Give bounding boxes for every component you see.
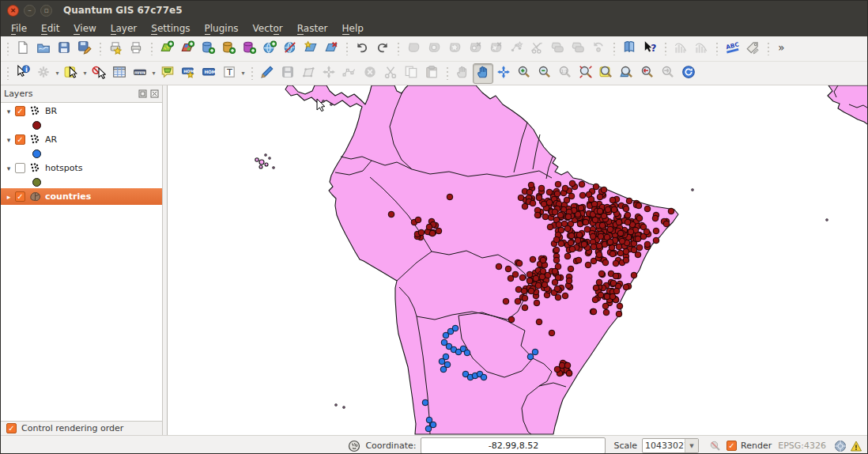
toolbar-drag-handle[interactable]: [344, 43, 349, 55]
coordinate-input[interactable]: [421, 437, 606, 454]
toolbar-drag-handle[interactable]: [714, 43, 719, 55]
abc-icon: ABC: [725, 40, 739, 58]
blob-ring-icon: [427, 40, 441, 58]
toolbar-drag-handle[interactable]: [662, 43, 668, 55]
add-wfs-layer-button[interactable]: [280, 39, 300, 59]
save-project-as-button[interactable]: [74, 39, 95, 59]
measure-button[interactable]: [130, 63, 150, 84]
menu-plugins[interactable]: Plugins: [198, 21, 246, 36]
open-project-button[interactable]: [33, 39, 54, 59]
new-shapefile-layer-button[interactable]: [300, 39, 321, 59]
toolbar-drag-handle[interactable]: [97, 43, 103, 55]
layer-item-ar[interactable]: ▾✓AR: [1, 131, 162, 148]
add-spatialite-layer-button[interactable]: [218, 39, 239, 59]
add-vector-layer-button[interactable]: [157, 39, 177, 59]
add-mssql-layer-button[interactable]: [239, 39, 259, 59]
new-project-button[interactable]: [13, 39, 33, 59]
menu-layer[interactable]: Layer: [104, 21, 144, 36]
panel-close-icon[interactable]: [149, 89, 159, 98]
menu-file[interactable]: File: [4, 21, 34, 36]
zoom-to-selection-button[interactable]: [596, 63, 617, 84]
menu-vector[interactable]: Vector: [246, 21, 290, 36]
zoom-out-button[interactable]: [534, 63, 555, 84]
toolbar-drag-handle[interactable]: [5, 67, 10, 80]
menu-help[interactable]: Help: [335, 21, 371, 36]
collapse-icon[interactable]: ▾: [4, 136, 13, 144]
toolbar-overflow-button[interactable]: »: [773, 39, 794, 59]
toolbar-drag-handle[interactable]: [395, 43, 401, 55]
new-print-composer-button[interactable]: [105, 39, 126, 59]
collapse-icon[interactable]: ▾: [4, 108, 13, 115]
menu-settings[interactable]: Settings: [144, 21, 197, 36]
log-messages-icon[interactable]: [848, 440, 864, 452]
toolbar-drag-handle[interactable]: [611, 43, 617, 55]
pan-to-selection-button[interactable]: [493, 63, 514, 84]
toolbar-drag-handle[interactable]: [765, 43, 771, 55]
zoom-next-icon: [661, 65, 675, 82]
zoom-full-button[interactable]: [576, 63, 596, 84]
menu-raster[interactable]: Raster: [290, 21, 335, 36]
add-wms-layer-button[interactable]: [259, 39, 280, 59]
scale-combobox[interactable]: 10433027 ▼: [642, 438, 699, 453]
undo-button[interactable]: [352, 39, 372, 59]
layer-visibility-checkbox[interactable]: ✓: [15, 191, 25, 202]
layer-visibility-checkbox[interactable]: ✓: [15, 134, 25, 145]
remove-layer-button[interactable]: [321, 39, 342, 59]
layer-visibility-checkbox[interactable]: [15, 163, 25, 173]
minimize-window-button[interactable]: –: [24, 5, 36, 17]
measure-dropdown-icon[interactable]: ▾: [150, 70, 157, 77]
panel-float-icon[interactable]: [138, 89, 147, 98]
toggle-editing-button[interactable]: [257, 63, 277, 84]
help-contents-button[interactable]: [619, 39, 640, 59]
mouse-position-icon[interactable]: [346, 440, 362, 452]
layer-symbology-row[interactable]: [1, 148, 162, 160]
new-bookmark-button[interactable]: HOME: [178, 63, 198, 84]
stop-render-icon[interactable]: [707, 440, 723, 452]
zoom-to-layer-button[interactable]: [617, 63, 637, 84]
toolbar-drag-handle[interactable]: [5, 43, 10, 55]
select-features-dropdown-icon[interactable]: ▾: [81, 70, 89, 77]
control-rendering-order-checkbox[interactable]: ✓: [6, 423, 17, 433]
composer-manager-button[interactable]: [126, 39, 146, 59]
text-annotation-dropdown-icon[interactable]: ▾: [240, 70, 247, 77]
text-annotation-button[interactable]: T: [219, 63, 240, 84]
scale-dropdown-icon[interactable]: ▼: [685, 439, 698, 452]
menu-edit[interactable]: Edit: [34, 21, 66, 36]
crs-status-icon[interactable]: [832, 440, 848, 452]
close-window-button[interactable]: ×: [7, 5, 19, 17]
redo-button[interactable]: [372, 39, 393, 59]
add-postgis-layer-button[interactable]: [198, 39, 218, 59]
select-features-button[interactable]: [61, 63, 81, 84]
map-tips-button[interactable]: [157, 63, 178, 84]
labeling-button[interactable]: ABC: [722, 39, 742, 59]
zoom-last-button[interactable]: [637, 63, 658, 84]
layer-item-countries[interactable]: ▸✓countries: [1, 188, 162, 205]
move-label-button[interactable]: [742, 39, 763, 59]
layer-symbology-row[interactable]: [1, 119, 162, 131]
expand-icon[interactable]: ▸: [4, 193, 13, 201]
map-canvas[interactable]: [167, 85, 868, 435]
layer-item-hotspots[interactable]: ▾hotspots: [1, 160, 162, 176]
layer-visibility-checkbox[interactable]: ✓: [15, 106, 25, 116]
layer-item-br[interactable]: ▾✓BR: [1, 103, 162, 119]
menu-view[interactable]: View: [66, 21, 103, 36]
open-attribute-table-button[interactable]: [109, 63, 130, 84]
deselect-all-button[interactable]: [89, 63, 109, 84]
whats-this-button[interactable]: ?: [640, 39, 660, 59]
histogram-icon: [694, 40, 708, 58]
add-raster-layer-button[interactable]: [177, 39, 198, 59]
layer-symbology-row[interactable]: [1, 176, 162, 188]
save-project-button[interactable]: [54, 39, 74, 59]
toolbar-drag-handle[interactable]: [249, 67, 255, 80]
identify-features-button[interactable]: i: [13, 63, 33, 84]
run-feature-action-dropdown-icon[interactable]: ▾: [54, 70, 61, 77]
show-bookmarks-button[interactable]: HOME: [198, 63, 219, 84]
refresh-map-button[interactable]: [678, 63, 699, 84]
toolbar-drag-handle[interactable]: [444, 67, 450, 80]
maximize-window-button[interactable]: ▫: [40, 5, 52, 17]
pan-map-button[interactable]: [473, 63, 493, 84]
zoom-in-button[interactable]: [514, 63, 534, 84]
toolbar-drag-handle[interactable]: [149, 43, 154, 55]
collapse-icon[interactable]: ▾: [4, 165, 13, 172]
render-checkbox[interactable]: ✓: [726, 441, 737, 451]
